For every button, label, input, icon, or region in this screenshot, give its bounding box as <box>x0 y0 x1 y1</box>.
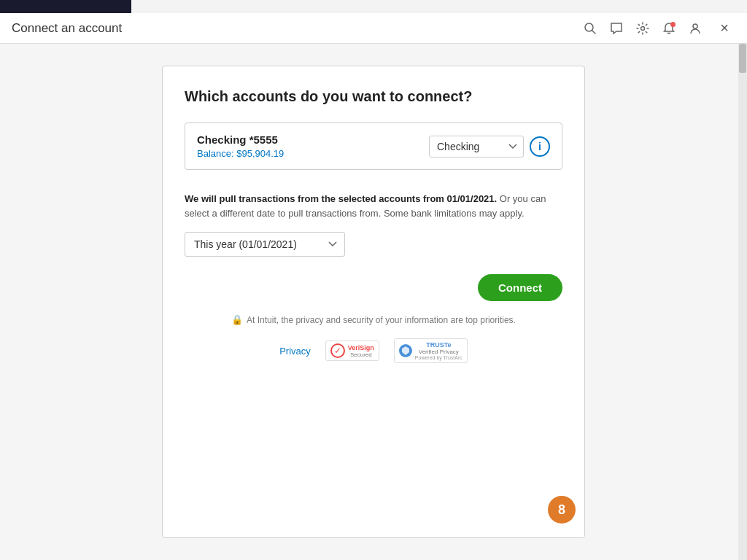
header: Connect an account <box>0 13 747 44</box>
verisign-check-icon: ✓ <box>330 343 345 358</box>
connect-dialog: Which accounts do you want to connect? C… <box>162 66 585 538</box>
notification-icon[interactable] <box>661 20 677 36</box>
header-icons: × <box>582 18 735 39</box>
page-title: Connect an account <box>12 21 122 36</box>
connect-row: Connect <box>185 274 562 301</box>
scrollbar-thumb[interactable] <box>739 44 746 73</box>
footer: 🔒 At Intuit, the privacy and security of… <box>185 301 562 370</box>
truste-badge: TRUSTe Verified Privacy Powered by Trust… <box>394 338 468 363</box>
account-type-group: Checking Savings Credit Card i <box>429 136 550 158</box>
account-type-select[interactable]: Checking Savings Credit Card <box>429 136 524 158</box>
scrollbar[interactable] <box>738 44 747 560</box>
svg-line-1 <box>592 30 596 34</box>
step-badge: 8 <box>548 496 576 524</box>
user-icon[interactable] <box>687 20 703 36</box>
close-button[interactable]: × <box>713 18 735 39</box>
footer-lock-text: 🔒 At Intuit, the privacy and security of… <box>231 314 516 325</box>
lock-icon: 🔒 <box>231 314 243 325</box>
account-balance: Balance: $95,904.19 <box>197 148 284 159</box>
verisign-label: VeriSign Secured <box>348 344 374 358</box>
account-row: Checking *5555 Balance: $95,904.19 Check… <box>185 122 562 170</box>
search-icon[interactable] <box>582 20 598 36</box>
footer-badges: Privacy ✓ VeriSign Secured TRUS <box>185 338 562 363</box>
svg-point-2 <box>641 26 645 30</box>
main-content: Which accounts do you want to connect? C… <box>0 44 747 560</box>
verisign-badge: ✓ VeriSign Secured <box>325 341 379 361</box>
info-icon[interactable]: i <box>530 136 550 157</box>
date-select[interactable]: This year (01/01/2021) Last 90 days Last… <box>185 232 345 257</box>
transaction-info: We will pull transactions from the selec… <box>185 192 562 220</box>
chat-icon[interactable] <box>608 20 624 36</box>
svg-point-3 <box>693 24 697 28</box>
settings-icon[interactable] <box>635 20 651 36</box>
truste-label: TRUSTe Verified Privacy Powered by Trust… <box>415 341 462 360</box>
truste-shield-icon <box>399 344 412 357</box>
footer-privacy-text: At Intuit, the privacy and security of y… <box>247 315 516 325</box>
connect-button[interactable]: Connect <box>478 274 562 301</box>
account-info: Checking *5555 Balance: $95,904.19 <box>197 133 284 159</box>
top-bar <box>0 0 131 13</box>
dialog-heading: Which accounts do you want to connect? <box>185 88 562 105</box>
account-name: Checking *5555 <box>197 133 284 146</box>
privacy-link[interactable]: Privacy <box>279 346 311 357</box>
